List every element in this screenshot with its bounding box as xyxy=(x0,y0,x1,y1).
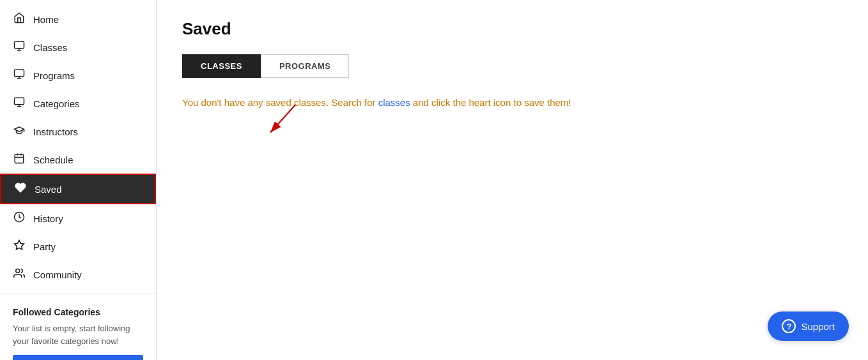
sidebar-item-history[interactable]: History xyxy=(0,204,156,232)
svg-rect-3 xyxy=(15,70,24,77)
programs-icon xyxy=(13,68,26,82)
sidebar-item-categories-label: Categories xyxy=(33,98,80,109)
sidebar-item-instructors-label: Instructors xyxy=(33,126,78,137)
sidebar-item-schedule-label: Schedule xyxy=(33,154,74,165)
support-icon: ? xyxy=(782,319,796,333)
sidebar-divider xyxy=(0,294,156,294)
history-icon xyxy=(13,211,26,225)
svg-point-15 xyxy=(16,269,20,273)
community-icon xyxy=(13,267,26,281)
sidebar-item-home[interactable]: Home xyxy=(0,5,156,33)
sidebar-item-saved-label: Saved xyxy=(35,184,62,195)
sidebar-item-party-label: Party xyxy=(33,241,56,252)
party-icon xyxy=(13,239,26,253)
sidebar-item-classes-label: Classes xyxy=(33,42,67,53)
svg-marker-14 xyxy=(15,241,24,250)
svg-rect-0 xyxy=(15,41,24,49)
home-icon xyxy=(13,12,26,26)
classes-link[interactable]: classes xyxy=(378,97,410,108)
sidebar-nav: Home Classes Programs Categories xyxy=(0,0,156,360)
followed-categories-section: Followed Categories Your list is empty, … xyxy=(0,299,156,360)
tabs-container: CLASSES PROGRAMS xyxy=(182,54,842,78)
sidebar-item-community[interactable]: Community xyxy=(0,260,156,289)
sidebar-item-community-label: Community xyxy=(33,269,82,280)
page-title: Saved xyxy=(182,19,842,39)
empty-message-suffix: and click the heart icon to save them! xyxy=(410,97,571,108)
schedule-icon xyxy=(13,153,26,167)
sidebar-item-instructors[interactable]: Instructors xyxy=(0,117,156,146)
svg-rect-6 xyxy=(15,98,24,105)
tab-programs[interactable]: PROGRAMS xyxy=(261,54,350,78)
categories-icon xyxy=(13,96,26,110)
svg-rect-9 xyxy=(15,154,24,163)
support-button[interactable]: ? Support xyxy=(768,311,849,341)
sidebar-item-programs[interactable]: Programs xyxy=(0,61,156,89)
tab-classes[interactable]: CLASSES xyxy=(182,54,261,78)
support-label: Support xyxy=(801,321,835,332)
sidebar-item-saved[interactable]: Saved xyxy=(0,174,156,204)
sidebar-item-schedule[interactable]: Schedule xyxy=(0,146,156,174)
empty-message: You don't have any saved classes. Search… xyxy=(182,97,842,108)
instructors-icon xyxy=(13,124,26,139)
svg-line-17 xyxy=(270,105,295,133)
sidebar-item-classes[interactable]: Classes xyxy=(0,33,156,61)
followed-categories-text: Your list is empty, start following your… xyxy=(13,322,143,347)
empty-message-prefix: You don't have any saved classes. Search… xyxy=(182,97,378,108)
sidebar: Home Classes Programs Categories xyxy=(0,0,157,360)
sidebar-item-party[interactable]: Party xyxy=(0,232,156,260)
classes-icon xyxy=(13,40,26,54)
take-me-to-categories-button[interactable]: TAKE ME TO CATEGORIES PAGE xyxy=(13,355,143,360)
saved-icon xyxy=(14,182,27,196)
main-content: Saved CLASSES PROGRAMS You don't have an… xyxy=(157,0,868,360)
sidebar-item-home-label: Home xyxy=(33,14,59,25)
sidebar-item-programs-label: Programs xyxy=(33,70,75,81)
followed-categories-title: Followed Categories xyxy=(13,307,143,317)
sidebar-item-categories[interactable]: Categories xyxy=(0,89,156,117)
sidebar-item-history-label: History xyxy=(33,213,63,224)
